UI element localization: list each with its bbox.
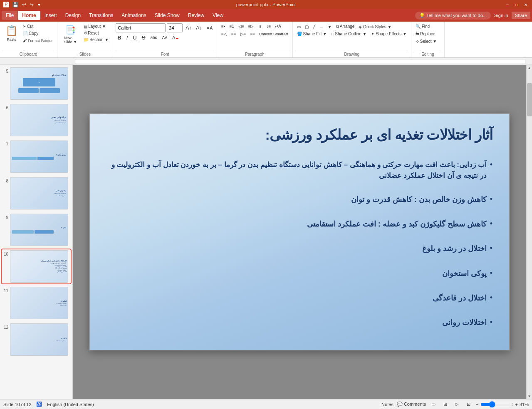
- layout-button[interactable]: ▤ Layout ▼: [82, 23, 111, 30]
- scroll-thumb[interactable]: [527, 83, 532, 116]
- numbering-button[interactable]: ≡1: [228, 23, 235, 30]
- menu-animations[interactable]: Animations: [117, 11, 150, 20]
- section-button[interactable]: 📁 Section ▼: [82, 37, 111, 43]
- font-size-input[interactable]: 24: [167, 23, 183, 32]
- sign-in-button[interactable]: Sign in: [494, 13, 508, 18]
- scroll-up-button[interactable]: ▲: [527, 65, 532, 71]
- menu-slideshow[interactable]: Slide Show: [151, 11, 184, 20]
- columns-button[interactable]: ⫼: [256, 23, 264, 30]
- italic-button[interactable]: I: [125, 34, 130, 42]
- reset-button[interactable]: ↺ Reset: [82, 30, 111, 36]
- char-spacing-button[interactable]: AV: [161, 34, 169, 41]
- zoom-out-icon[interactable]: −: [476, 402, 478, 407]
- bullet-dot-7: •: [490, 318, 492, 327]
- menu-home[interactable]: Home: [18, 11, 40, 20]
- slide-thumb-8[interactable]: 8 پراشتهایی عصبی Anorexia Nervosa محتوای…: [2, 176, 71, 210]
- bullet-dot-1: •: [490, 160, 492, 169]
- find-button[interactable]: 🔍 Find: [414, 23, 431, 30]
- shape-effects-button[interactable]: ✦ Shape Effects ▼: [369, 31, 408, 37]
- bullet-item-2: • کاهش وزن خالص بدن : کاهش قدرت و توان: [106, 194, 492, 205]
- shape-arrow[interactable]: →: [318, 23, 325, 30]
- new-slide-icon: 📑: [65, 25, 76, 35]
- align-right-button[interactable]: ▷≡: [239, 31, 248, 37]
- bold-button[interactable]: B: [116, 34, 123, 42]
- text-direction-button[interactable]: ⇄A: [273, 23, 283, 30]
- tell-me-box[interactable]: 💡 Tell me what you want to do...: [415, 12, 491, 20]
- shape-line[interactable]: ╱: [311, 23, 317, 30]
- copy-button[interactable]: 📄 Copy: [21, 30, 54, 37]
- slides-panel[interactable]: 5 اختلالات تغذیه ای ● 6 بی ا: [0, 65, 73, 399]
- notes-button[interactable]: Notes: [381, 402, 393, 407]
- decrease-font-button[interactable]: A↓: [194, 24, 203, 32]
- shape-roundrect[interactable]: ▢: [303, 23, 310, 30]
- slide-thumb-7[interactable]: 7 موضوع اسلاید ۷: [2, 140, 71, 174]
- increase-indent-button[interactable]: ≡▷: [247, 23, 256, 30]
- shape-outline-button[interactable]: □ Shape Outline ▼: [330, 31, 369, 37]
- new-slide-button[interactable]: 📑 NewSlide ▼: [60, 23, 82, 46]
- zoom-in-icon[interactable]: +: [515, 402, 518, 407]
- menu-review[interactable]: Review: [184, 11, 208, 20]
- slide-canvas[interactable]: آثار اختلالات تغذیه ای بر عملکرد ورزشی: …: [89, 113, 510, 350]
- clear-format-button[interactable]: ✕A: [205, 25, 214, 31]
- slide-thumb-5[interactable]: 5 اختلالات تغذیه ای ●: [2, 67, 71, 101]
- bullet-text-3: کاهش سطح گلیکوژن کبد و عضله : افت عملکرد…: [307, 219, 487, 230]
- quick-access-redo[interactable]: ↪: [30, 2, 34, 7]
- zoom-slider[interactable]: − + 81%: [476, 401, 529, 408]
- align-center-button[interactable]: ≡≡: [230, 31, 238, 37]
- editing-label: Editing: [414, 51, 442, 57]
- bullets-button[interactable]: ≡•: [220, 23, 227, 30]
- menu-view[interactable]: View: [208, 11, 228, 20]
- slide-sorter-button[interactable]: ⊞: [441, 401, 449, 408]
- increase-font-button[interactable]: A↑: [184, 24, 193, 32]
- canvas-area: آثار اختلالات تغذیه ای بر عملکرد ورزشی: …: [73, 65, 526, 399]
- shadow-button[interactable]: abc: [148, 34, 158, 41]
- menu-file[interactable]: File: [2, 11, 18, 20]
- shape-more[interactable]: ▼: [326, 23, 334, 30]
- arrange-button[interactable]: ⧉ Arrange: [334, 23, 356, 30]
- slide-thumb-6[interactable]: 6 بی اشتهایی عصبی Anorexia Nervosa متن ت…: [2, 103, 71, 137]
- comments-button[interactable]: 💬 Comments: [397, 402, 426, 407]
- font-name-input[interactable]: Calibri: [116, 23, 166, 32]
- underline-button[interactable]: U: [131, 34, 138, 42]
- shape-rect[interactable]: ▭: [295, 23, 302, 30]
- bullet-item-5: • پوکی استخوان: [106, 268, 492, 279]
- zoom-range-input[interactable]: [480, 401, 514, 408]
- strikethrough-button[interactable]: S: [140, 34, 147, 42]
- font-color-button[interactable]: A▬: [171, 34, 180, 41]
- format-painter-button[interactable]: 🖌 Format Painter: [21, 37, 54, 44]
- cut-button[interactable]: ✂ Cut: [21, 23, 54, 30]
- menu-insert[interactable]: Insert: [40, 11, 61, 20]
- minimize-button[interactable]: ─: [505, 2, 510, 7]
- slide-image-12: اسلاید ۱۲ محتوای اسلاید ۱۲: [10, 323, 68, 356]
- align-left-button[interactable]: ≡◁: [220, 31, 229, 37]
- slide-thumb-9[interactable]: 9 اسلاید ۹: [2, 213, 71, 247]
- right-scrollbar[interactable]: ▲ ▼: [526, 65, 532, 399]
- justify-button[interactable]: ≡≡: [248, 31, 257, 37]
- scroll-down-button[interactable]: ▼: [527, 393, 532, 399]
- quick-access-undo[interactable]: ↩: [22, 2, 26, 7]
- select-button[interactable]: ⊹ Select ▼: [414, 38, 438, 44]
- share-button[interactable]: Share: [512, 12, 530, 19]
- paste-button[interactable]: 📋 Paste: [2, 23, 21, 43]
- slide-thumb-11[interactable]: 11 اسلاید ۱۱ محتوای اسلاید ۱۱ متن تکمیلی: [2, 286, 71, 320]
- decrease-indent-button[interactable]: ◁≡: [237, 23, 246, 30]
- ribbon-font-section: Calibri 24 A↑ A↓ ✕A B I U S abc AV A▬ Fo…: [113, 22, 217, 57]
- slide-thumb-12[interactable]: 12 اسلاید ۱۲ محتوای اسلاید ۱۲: [2, 323, 71, 357]
- normal-view-button[interactable]: ▭: [429, 401, 438, 408]
- quick-access-customize[interactable]: ▼: [37, 2, 41, 7]
- shape-fill-button[interactable]: 🪣 Shape Fill ▼: [295, 31, 329, 37]
- reading-view-button[interactable]: ▷: [453, 401, 461, 408]
- menu-design[interactable]: Design: [61, 11, 85, 20]
- close-button[interactable]: ✕: [523, 2, 529, 7]
- restore-button[interactable]: □: [514, 2, 520, 7]
- line-spacing-button[interactable]: ↕≡: [265, 23, 272, 30]
- menu-transitions[interactable]: Transitions: [85, 11, 117, 20]
- slideshow-button[interactable]: ⊡: [464, 401, 473, 408]
- ribbon-editing-section: 🔍 Find ⇆ Replace ⊹ Select ▼ Editing: [411, 22, 445, 57]
- replace-button[interactable]: ⇆ Replace: [414, 31, 437, 37]
- quick-access-save[interactable]: 💾: [12, 2, 19, 7]
- slide-thumb-10[interactable]: 10 آثار اختلالات تغذیه ای بر عملکرد ورزش…: [2, 249, 71, 283]
- bullet-text-2: کاهش وزن خالص بدن : کاهش قدرت و توان: [351, 194, 487, 205]
- quick-styles-button[interactable]: ◈ Quick Styles ▼: [357, 23, 393, 30]
- smartart-button[interactable]: Convert SmartArt: [257, 31, 290, 37]
